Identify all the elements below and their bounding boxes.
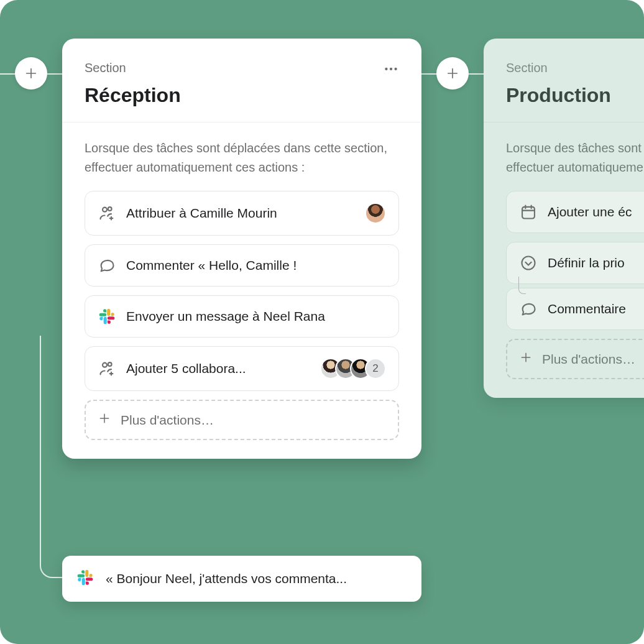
svg-point-8 [522,257,535,270]
section-title: Production [506,84,611,107]
action-label: Ajouter 5 collabora... [126,361,310,376]
add-section-button-right[interactable] [436,57,469,90]
action-label: Définir la prio [548,255,644,270]
section-description: Lorsque des tâches sont déplacées dans c… [85,139,399,177]
action-label: Envoyer un message à Neel Rana [126,309,386,324]
stage: Section Réception Lorsque des tâches son… [0,0,644,644]
more-actions-label: Plus d'actions… [542,352,635,367]
more-actions-button[interactable]: Plus d'actions… [85,400,399,440]
avatar-stack: 2 [320,358,386,379]
action-label: Attribuer à Camille Mourin [126,206,355,221]
section-title: Réception [85,84,181,107]
svg-point-4 [108,207,112,211]
action-slack-message[interactable]: Envoyer un message à Neel Rana [85,295,399,338]
avatar-overflow-count: 2 [365,358,386,379]
add-section-button-left[interactable] [15,57,47,90]
ellipsis-icon [383,61,399,77]
svg-point-2 [394,68,397,70]
svg-point-3 [103,208,107,212]
action-label: Commenter « Hello, Camille ! [126,258,386,273]
section-label: Section [85,61,181,75]
action-comment[interactable]: Commenter « Hello, Camille ! [85,244,399,287]
sub-connector [518,277,526,294]
action-add-date[interactable]: Ajouter une éc [506,191,644,233]
svg-point-6 [108,362,112,366]
action-set-priority[interactable]: Définir la prio [506,242,644,284]
svg-rect-7 [522,207,535,219]
action-comment[interactable]: Commentaire [506,288,644,330]
assign-icon [98,204,116,223]
slack-icon [77,569,96,588]
slack-message-bubble[interactable]: « Bonjour Neel, j'attends vos commenta..… [62,556,421,602]
svg-point-0 [385,68,387,70]
section-label: Section [506,61,611,75]
section-card-reception: Section Réception Lorsque des tâches son… [62,39,421,459]
svg-point-5 [103,363,107,367]
section-card-production: Section Production Lorsque des tâches so… [484,39,644,398]
action-assign[interactable]: Attribuer à Camille Mourin [85,191,399,236]
plus-icon [98,412,111,428]
more-actions-label: Plus d'actions… [121,413,214,428]
calendar-icon [519,203,538,221]
plus-icon [24,67,38,80]
plus-icon [520,351,532,367]
action-label: Ajouter une éc [548,205,644,219]
avatar [365,203,386,224]
slack-icon [98,307,116,326]
bubble-text: « Bonjour Neel, j'attends vos commenta..… [106,571,347,586]
plus-icon [446,67,459,80]
action-label: Commentaire [548,301,644,316]
section-description: Lorsque des tâches sont déplacées dans c… [506,139,644,177]
action-add-collaborators[interactable]: Ajouter 5 collabora... 2 [85,346,399,391]
check-circle-down-icon [519,254,538,272]
comment-icon [519,300,538,318]
svg-point-1 [390,68,392,70]
more-actions-button[interactable]: Plus d'actions… [506,339,644,379]
assign-icon [98,359,116,378]
comment-icon [98,256,116,275]
more-menu-button[interactable] [383,61,399,80]
